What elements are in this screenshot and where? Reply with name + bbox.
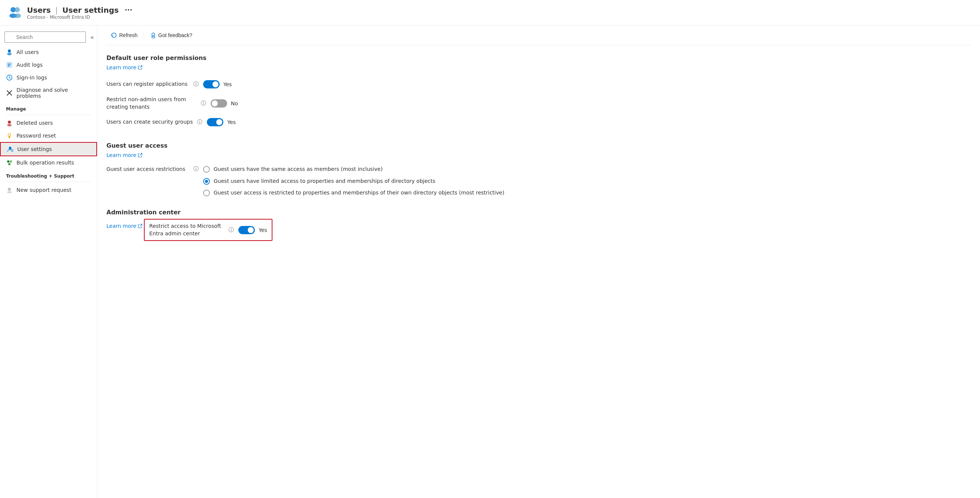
- learn-more-default-user-role[interactable]: Learn more: [107, 64, 142, 70]
- svg-point-17: [9, 147, 12, 150]
- sidebar-item-deleted-users[interactable]: Deleted users: [0, 116, 97, 129]
- restrict-tenants-control: No: [211, 99, 238, 108]
- learn-more-guest-access[interactable]: Learn more: [107, 152, 142, 158]
- settings-title: User settings: [62, 6, 118, 14]
- svg-point-21: [8, 163, 11, 165]
- radio-circle-restrictive: [203, 189, 210, 196]
- page-title: Users | User settings ···: [27, 6, 132, 14]
- users-title: Users: [27, 6, 51, 14]
- new-support-label: New support request: [16, 187, 71, 193]
- audit-logs-label: Audit logs: [16, 62, 43, 68]
- external-link-icon-3: [138, 224, 142, 228]
- guest-restrictions-info-icon[interactable]: ⓘ: [193, 164, 199, 172]
- refresh-label: Refresh: [119, 32, 138, 38]
- feedback-label: Got feedback?: [158, 32, 192, 38]
- users-icon: [8, 5, 22, 21]
- register-apps-control: Yes: [203, 80, 232, 88]
- sidebar-item-bulk-operation[interactable]: Bulk operation results: [0, 156, 97, 169]
- security-groups-info-icon[interactable]: ⓘ: [197, 119, 202, 126]
- radio-option-inclusive[interactable]: Guest users have the same access as memb…: [203, 165, 504, 173]
- guest-access-radio-group: Guest users have the same access as memb…: [203, 165, 504, 197]
- sidebar: 🔍 « All users Audit logs Sign-in logs: [0, 25, 97, 498]
- title-group: Users | User settings ··· Contoso - Micr…: [27, 6, 132, 20]
- support-icon: [6, 187, 13, 193]
- toolbar: Refresh Got feedback?: [107, 25, 971, 45]
- register-apps-label: Users can register applications: [107, 81, 189, 88]
- radio-option-restrictive[interactable]: Guest user access is restricted to prope…: [203, 189, 504, 197]
- main-content: Refresh Got feedback? Default user role …: [97, 25, 980, 498]
- guest-access-restrictions-label: Guest user access restrictions: [107, 164, 189, 173]
- section-default-user-role: Default user role permissions Learn more…: [107, 54, 971, 130]
- svg-point-18: [11, 150, 13, 151]
- feedback-button[interactable]: Got feedback?: [145, 30, 197, 40]
- search-input[interactable]: [5, 32, 86, 43]
- external-link-icon: [138, 65, 142, 70]
- svg-point-5: [7, 53, 12, 56]
- sidebar-search-row: 🔍 «: [0, 29, 97, 46]
- user-settings-label: User settings: [17, 146, 52, 152]
- password-reset-icon: [6, 132, 13, 139]
- security-groups-toggle[interactable]: [207, 118, 223, 126]
- diagnose-label: Diagnose and solve problems: [16, 87, 91, 99]
- svg-point-22: [8, 188, 11, 191]
- register-apps-info-icon[interactable]: ⓘ: [193, 81, 199, 88]
- sidebar-item-password-reset[interactable]: Password reset: [0, 129, 97, 142]
- restrict-admin-center-label: Restrict access to Microsoft Entra admin…: [149, 223, 224, 237]
- security-groups-value: Yes: [227, 119, 236, 125]
- svg-rect-8: [8, 65, 10, 65]
- sidebar-item-new-support[interactable]: New support request: [0, 184, 97, 196]
- section-title-guest-access: Guest user access: [107, 142, 971, 149]
- refresh-button[interactable]: Refresh: [107, 30, 142, 40]
- sidebar-collapse-button[interactable]: «: [89, 32, 95, 42]
- svg-point-15: [8, 134, 11, 137]
- radio-label-restrictive: Guest user access is restricted to prope…: [213, 189, 504, 197]
- svg-point-19: [7, 161, 10, 162]
- external-link-icon-2: [138, 153, 142, 158]
- radio-circle-limited: [203, 178, 210, 185]
- section-guest-user-access: Guest user access Learn more Guest user …: [107, 142, 971, 197]
- learn-more-admin-center[interactable]: Learn more: [107, 223, 142, 229]
- all-users-label: All users: [16, 49, 39, 55]
- app-header: Users | User settings ··· Contoso - Micr…: [0, 0, 980, 25]
- svg-point-14: [7, 124, 12, 126]
- security-groups-control: Yes: [207, 118, 236, 126]
- register-apps-slider: [203, 80, 220, 88]
- section-administration-center: Administration center Learn more Restric…: [107, 209, 971, 241]
- svg-point-25: [152, 37, 155, 38]
- troubleshooting-divider: [6, 182, 91, 182]
- toolbar-separator: [143, 31, 144, 40]
- radio-circle-inclusive: [203, 166, 210, 173]
- header-ellipsis-button[interactable]: ···: [125, 6, 133, 14]
- deleted-users-label: Deleted users: [16, 120, 53, 126]
- setting-row-restrict-tenants: Restrict non-admin users from creating t…: [107, 92, 971, 114]
- sidebar-item-sign-in-logs[interactable]: Sign-in logs: [0, 71, 97, 84]
- password-reset-label: Password reset: [16, 133, 56, 138]
- sidebar-item-diagnose[interactable]: Diagnose and solve problems: [0, 84, 97, 102]
- restrict-tenants-value: No: [231, 100, 238, 107]
- user-settings-icon: [7, 146, 13, 153]
- sidebar-item-user-settings[interactable]: User settings: [0, 142, 97, 156]
- register-apps-value: Yes: [223, 81, 232, 87]
- setting-row-restrict-admin-center-highlighted: Restrict access to Microsoft Entra admin…: [144, 219, 272, 241]
- radio-option-limited[interactable]: Guest users have limited access to prope…: [203, 178, 504, 185]
- deleted-users-icon: [6, 119, 13, 126]
- svg-rect-16: [9, 136, 10, 138]
- sidebar-item-audit-logs[interactable]: Audit logs: [0, 59, 97, 71]
- main-layout: 🔍 « All users Audit logs Sign-in logs: [0, 25, 980, 498]
- bulk-operation-icon: [6, 159, 13, 166]
- restrict-tenants-slider: [211, 99, 227, 108]
- sidebar-item-all-users[interactable]: All users: [0, 46, 97, 59]
- restrict-admin-center-toggle[interactable]: [239, 226, 255, 234]
- section-title-default-user-role: Default user role permissions: [107, 54, 971, 62]
- restrict-tenants-info-icon[interactable]: ⓘ: [201, 100, 206, 107]
- all-users-icon: [6, 49, 13, 56]
- svg-point-24: [152, 33, 155, 36]
- svg-point-20: [10, 161, 12, 162]
- refresh-icon: [111, 32, 117, 38]
- setting-row-register-apps: Users can register applications ⓘ Yes: [107, 76, 971, 92]
- restrict-tenants-toggle[interactable]: [211, 99, 227, 108]
- restrict-admin-center-info-icon[interactable]: ⓘ: [229, 227, 234, 234]
- search-wrapper: 🔍: [5, 32, 86, 43]
- manage-divider: [6, 115, 91, 115]
- register-apps-toggle[interactable]: [203, 80, 220, 88]
